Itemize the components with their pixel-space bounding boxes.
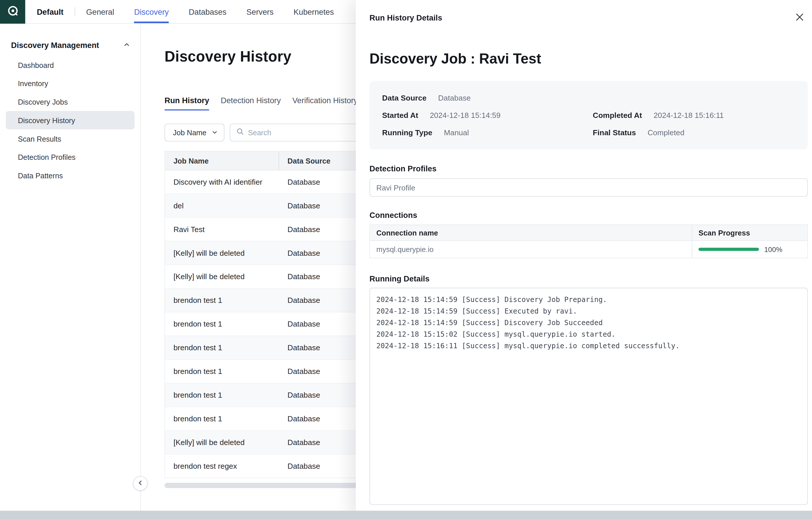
sidebar-item-dashboard[interactable]: Dashboard xyxy=(6,56,135,74)
summary-field-completed-at: Completed At 2024-12-18 15:16:11 xyxy=(593,110,795,120)
cell-job-name: brendon test 1 xyxy=(165,360,279,383)
running-details-section-label: Running Details xyxy=(370,274,808,283)
connection-name-cell: mysql.querypie.io xyxy=(370,241,692,258)
sidebar-item-detection-profiles[interactable]: Detection Profiles xyxy=(6,148,135,166)
nav-item-general[interactable]: General xyxy=(86,0,114,23)
cell-job-name: brendon test 1 xyxy=(165,289,279,312)
cell-job-name: brendon test 1 xyxy=(165,407,279,430)
querypie-logo-icon xyxy=(7,4,19,19)
job-name-filter-dropdown[interactable]: Job Name xyxy=(165,124,224,142)
log-line: 2024-12-18 15:15:02 [Success] mysql.quer… xyxy=(376,328,801,340)
summary-field-final-status: Final Status Completed xyxy=(593,127,795,138)
summary-label: Final Status xyxy=(593,128,636,136)
summary-value: Manual xyxy=(444,128,469,136)
cell-job-name: brendon test 1 xyxy=(165,336,279,359)
summary-field-data-source: Data Source Database xyxy=(382,92,593,103)
cell-job-name: brendon test 1 xyxy=(165,383,279,407)
log-line: 2024-12-18 15:16:11 [Success] mysql.quer… xyxy=(376,340,801,351)
summary-row: Started At 2024-12-18 15:14:59 Completed… xyxy=(382,110,795,120)
column-header-connection-name: Connection name xyxy=(370,225,692,240)
log-line: 2024-12-18 15:14:59 [Success] Discovery … xyxy=(376,317,801,328)
summary-field-running-type: Running Type Manual xyxy=(382,127,593,138)
tab-verification-history[interactable]: Verification History xyxy=(292,95,357,110)
drawer-header: Run History Details xyxy=(370,13,808,25)
sidebar-item-scan-results[interactable]: Scan Results xyxy=(6,130,135,148)
connections-table: Connection name Scan Progress mysql.quer… xyxy=(370,224,808,258)
cell-job-name: [Kelly] will be deleted xyxy=(165,431,279,454)
cell-job-name: del xyxy=(165,194,279,217)
nav-item-databases[interactable]: Databases xyxy=(189,0,227,23)
nav-item-discovery[interactable]: Discovery xyxy=(134,0,169,23)
scan-progress-bar xyxy=(698,248,759,251)
run-history-details-drawer: Run History Details Discovery Job : Ravi… xyxy=(356,0,812,519)
running-details-log[interactable]: 2024-12-18 15:14:59 [Success] Discovery … xyxy=(370,288,808,505)
summary-field-empty xyxy=(593,92,795,103)
detection-profiles-field: Ravi Profile xyxy=(370,178,808,197)
connection-row: mysql.querypie.io 100% xyxy=(370,241,807,258)
cell-job-name: [Kelly] will be deleted xyxy=(165,241,279,265)
column-header-scan-progress: Scan Progress xyxy=(692,225,807,240)
chevron-up-icon xyxy=(124,40,130,49)
workspace-selector[interactable]: Default xyxy=(37,7,63,16)
sidebar-items: Dashboard Inventory Discovery Jobs Disco… xyxy=(0,56,140,185)
summary-label: Started At xyxy=(382,111,418,119)
summary-value: Completed xyxy=(647,128,685,136)
chevron-down-icon xyxy=(212,128,218,137)
job-name-filter-label: Job Name xyxy=(173,128,206,137)
scan-progress-label: 100% xyxy=(764,245,782,253)
sidebar-item-data-patterns[interactable]: Data Patterns xyxy=(6,166,135,185)
summary-label: Completed At xyxy=(593,111,642,119)
nav-item-servers[interactable]: Servers xyxy=(246,0,273,23)
connections-header-row: Connection name Scan Progress xyxy=(370,225,807,241)
tab-detection-history[interactable]: Detection History xyxy=(221,95,281,110)
tab-run-history[interactable]: Run History xyxy=(165,95,209,110)
drawer-heading: Discovery Job : Ravi Test xyxy=(370,50,808,68)
drawer-close-button[interactable] xyxy=(792,10,807,25)
cell-job-name: Discovery with AI identifier xyxy=(165,170,279,194)
summary-field-started-at: Started At 2024-12-18 15:14:59 xyxy=(382,110,593,120)
sidebar-section-discovery-management[interactable]: Discovery Management xyxy=(0,40,140,49)
sidebar-item-inventory[interactable]: Inventory xyxy=(6,74,135,93)
app-viewport: Default General Discovery Databases Serv… xyxy=(0,0,812,519)
close-icon xyxy=(795,13,804,23)
summary-value: Database xyxy=(438,93,471,102)
sidebar-item-discovery-jobs[interactable]: Discovery Jobs xyxy=(6,92,135,111)
search-icon xyxy=(236,128,244,137)
cell-job-name: brendon test 1 xyxy=(165,312,279,335)
topbar-divider xyxy=(75,7,75,16)
column-header-job-name: Job Name xyxy=(165,152,279,170)
cell-job-name: [Kelly] will be deleted xyxy=(165,265,279,288)
summary-row: Running Type Manual Final Status Complet… xyxy=(382,127,795,138)
top-navigation: General Discovery Databases Servers Kube… xyxy=(86,0,334,23)
sidebar-item-discovery-history[interactable]: Discovery History xyxy=(6,111,135,130)
cell-job-name: Ravi Test xyxy=(165,218,279,241)
drawer-title: Run History Details xyxy=(370,13,442,23)
summary-label: Running Type xyxy=(382,128,432,136)
summary-value: 2024-12-18 15:14:59 xyxy=(430,111,500,119)
chevron-left-icon xyxy=(137,480,144,487)
summary-value: 2024-12-18 15:16:11 xyxy=(654,111,724,119)
page-horizontal-scrollbar[interactable] xyxy=(0,511,812,519)
detection-profiles-section-label: Detection Profiles xyxy=(370,164,808,173)
nav-item-kubernetes[interactable]: Kubernetes xyxy=(293,0,334,23)
log-line: 2024-12-18 15:14:59 [Success] Executed b… xyxy=(376,305,801,317)
sidebar: Discovery Management Dashboard Inventory… xyxy=(0,24,141,511)
connections-section-label: Connections xyxy=(370,210,808,219)
run-summary-card: Data Source Database Started At 2024-12-… xyxy=(370,81,808,149)
cell-job-name: brendon test regex xyxy=(165,455,279,478)
sidebar-collapse-button[interactable] xyxy=(133,476,148,491)
sidebar-section-label: Discovery Management xyxy=(11,40,99,49)
summary-row: Data Source Database xyxy=(382,92,795,103)
app-logo[interactable] xyxy=(0,0,25,23)
summary-label: Data Source xyxy=(382,93,427,102)
scan-progress-cell: 100% xyxy=(692,241,807,258)
log-line: 2024-12-18 15:14:59 [Success] Discovery … xyxy=(376,294,801,305)
